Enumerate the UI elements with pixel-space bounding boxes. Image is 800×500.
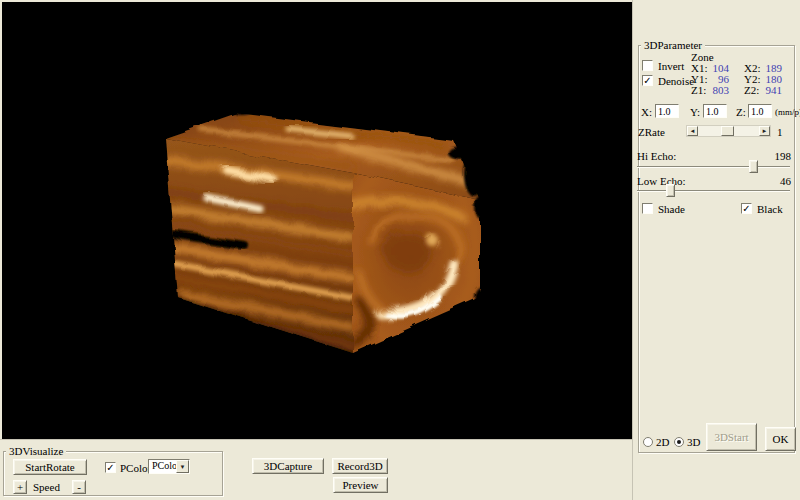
zrate-scrollbar[interactable]: ◄ ► — [686, 125, 771, 137]
record-3d-button[interactable]: Record3D — [332, 458, 388, 474]
scale-z-label: Z: — [736, 107, 746, 118]
check-icon: ✓ — [106, 462, 114, 473]
pcolor-label: PColor — [120, 463, 151, 474]
black-label: Black — [757, 204, 783, 215]
zrate-scroll-right-button[interactable]: ► — [759, 126, 770, 136]
start-3d-button[interactable]: 3DStart — [706, 423, 757, 451]
capture-3d-button[interactable]: 3DCapture — [252, 458, 324, 474]
parameter-panel: 3DParameter Invert ✓ Denoise Zone X1: 10… — [632, 0, 800, 500]
shade-checkbox[interactable] — [642, 203, 653, 214]
volume-render-image — [2, 2, 632, 439]
check-icon: ✓ — [643, 75, 651, 86]
invert-checkbox[interactable] — [642, 60, 653, 71]
scroll-right-icon: ► — [762, 128, 768, 134]
zone-z1-label: Z1: — [691, 85, 706, 96]
zrate-scrollbar-thumb[interactable] — [721, 126, 734, 136]
zone-z1-value: 803 — [705, 85, 729, 96]
scale-x-input[interactable] — [655, 104, 679, 118]
scale-unit-label: (mm/p) — [775, 107, 800, 118]
zrate-value: 1 — [777, 127, 783, 138]
scale-y-input[interactable] — [703, 104, 727, 118]
invert-label: Invert — [658, 61, 684, 72]
chevron-down-icon[interactable]: ▼ — [176, 460, 189, 473]
speed-minus-button[interactable]: - — [72, 480, 86, 494]
render-viewport[interactable] — [2, 2, 632, 439]
hi-echo-slider-track[interactable] — [637, 166, 790, 168]
zone-z2-value: 941 — [758, 85, 782, 96]
scale-z-input[interactable] — [748, 104, 772, 118]
mode-2d-radio[interactable] — [643, 437, 653, 447]
check-icon: ✓ — [742, 203, 750, 214]
scale-x-label: X: — [641, 107, 652, 118]
ultrasound-3d-app: { "param": { "title": "3DParameter", "in… — [0, 0, 800, 500]
pcolor-checkbox[interactable]: ✓ — [105, 462, 116, 473]
mode-3d-radio[interactable] — [674, 437, 684, 447]
hi-echo-slider-thumb[interactable] — [749, 160, 758, 173]
denoise-label: Denoise — [658, 76, 694, 87]
zrate-scroll-left-button[interactable]: ◄ — [687, 126, 698, 136]
black-checkbox[interactable]: ✓ — [741, 203, 752, 214]
low-echo-slider-track[interactable] — [637, 190, 790, 192]
low-echo-label: Low Echo: — [637, 176, 686, 187]
zrate-label: ZRate — [638, 127, 665, 138]
ok-button[interactable]: OK — [765, 427, 796, 451]
scale-y-label: Y: — [690, 107, 700, 118]
visualize-group-title: 3DVisualize — [6, 446, 66, 457]
denoise-checkbox[interactable]: ✓ — [642, 75, 653, 86]
hi-echo-value: 198 — [753, 151, 791, 162]
scroll-left-icon: ◄ — [690, 128, 696, 134]
visualize-panel: 3DVisualize StartRotate + Speed - ✓ PCol… — [0, 439, 632, 500]
hi-echo-label: Hi Echo: — [637, 151, 676, 162]
zone-z2-label: Z2: — [744, 85, 759, 96]
start-rotate-button[interactable]: StartRotate — [13, 459, 87, 475]
mode-2d-label: 2D — [656, 437, 669, 448]
mode-3d-label: 3D — [687, 437, 700, 448]
shade-label: Shade — [658, 204, 685, 215]
low-echo-slider-thumb[interactable] — [666, 184, 675, 197]
pcolor-dropdown[interactable]: PColor ▼ — [148, 459, 190, 474]
preview-button[interactable]: Preview — [333, 477, 388, 493]
speed-label: Speed — [33, 482, 60, 493]
low-echo-value: 46 — [753, 176, 791, 187]
parameter-group-title: 3DParameter — [641, 40, 705, 51]
speed-plus-button[interactable]: + — [13, 480, 27, 494]
